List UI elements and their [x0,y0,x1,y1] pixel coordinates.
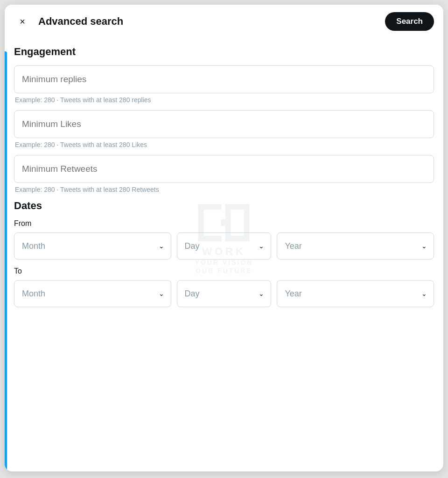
to-label: To [14,267,434,275]
to-day-select[interactable]: Day [177,281,271,307]
retweets-hint: Example: 280 · Tweets with at least 280 … [14,186,434,193]
minimum-retweets-input[interactable] [14,155,434,183]
modal-title: Advanced search [38,15,123,28]
from-year-wrapper[interactable]: Year ⌄ [277,232,434,260]
retweets-group: Example: 280 · Tweets with at least 280 … [14,155,434,193]
left-accent [5,51,7,471]
to-month-wrapper[interactable]: Month ⌄ [14,280,171,307]
to-day-wrapper[interactable]: Day ⌄ [177,280,272,307]
from-year-select[interactable]: Year [277,233,434,259]
from-month-select[interactable]: Month [14,233,171,259]
replies-group: Example: 280 · Tweets with at least 280 … [14,65,434,104]
from-day-wrapper[interactable]: Day ⌄ [177,232,272,260]
from-day-select[interactable]: Day [177,233,271,259]
advanced-search-modal: × Advanced search Search Engagement Exam… [5,5,443,471]
engagement-section: Engagement Example: 280 · Tweets with at… [14,46,434,193]
modal-body: Engagement Example: 280 · Tweets with at… [5,38,443,324]
dates-title: Dates [14,200,434,212]
to-date-row: Month ⌄ Day ⌄ Year ⌄ [14,280,434,307]
close-icon: × [20,16,25,27]
outer-wrapper: × Advanced search Search Engagement Exam… [0,0,448,478]
minimum-replies-input[interactable] [14,65,434,93]
close-button[interactable]: × [14,13,31,30]
likes-group: Example: 280 · Tweets with at least 280 … [14,110,434,148]
to-year-wrapper[interactable]: Year ⌄ [277,280,434,307]
to-year-select[interactable]: Year [277,281,434,307]
likes-hint: Example: 280 · Tweets with at least 280 … [14,141,434,148]
replies-hint: Example: 280 · Tweets with at least 280 … [14,96,434,104]
minimum-likes-input[interactable] [14,110,434,138]
to-month-select[interactable]: Month [14,281,171,307]
dates-section: Dates From Month ⌄ Day ⌄ [14,200,434,307]
from-label: From [14,219,434,228]
engagement-title: Engagement [14,46,434,58]
from-month-wrapper[interactable]: Month ⌄ [14,232,171,260]
modal-header: × Advanced search Search [5,5,443,38]
header-left: × Advanced search [14,13,123,30]
search-button[interactable]: Search [385,12,434,31]
from-date-row: Month ⌄ Day ⌄ Year ⌄ [14,232,434,260]
